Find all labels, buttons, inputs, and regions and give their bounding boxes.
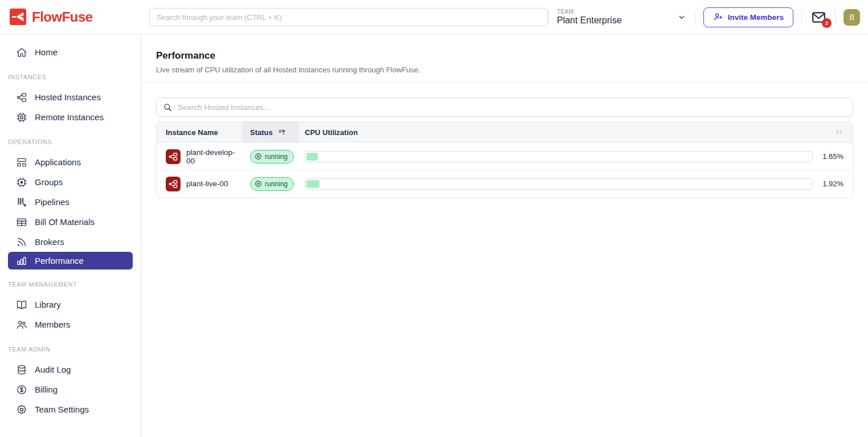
applications-icon: [16, 157, 27, 168]
sidebar-section-operations: OPERATIONS: [0, 138, 141, 145]
column-header-cpu-utilization[interactable]: CPU Utilization: [299, 122, 821, 142]
sort-up-down-icon: [834, 128, 844, 137]
table-header-row: Instance Name Status CPU Utilization: [157, 122, 853, 142]
main-content: Performance Live stream of CPU utilizati…: [141, 34, 868, 437]
sidebar-item-label: Members: [35, 320, 71, 329]
status-cell: running: [242, 177, 299, 191]
sidebar-item-members[interactable]: Members: [0, 315, 141, 334]
sidebar-section-instances: INSTANCES: [0, 73, 141, 80]
sidebar-item-label: Brokers: [35, 237, 64, 247]
pipelines-icon: [16, 197, 27, 208]
divider: [548, 10, 549, 24]
sidebar-item-label: Bill Of Materials: [35, 217, 95, 227]
sidebar-item-label: Audit Log: [35, 365, 71, 374]
search-icon: [163, 103, 173, 112]
notifications-button[interactable]: 2: [810, 9, 827, 26]
column-header-status-label: Status: [250, 128, 273, 137]
groups-icon: [16, 177, 27, 188]
sidebar-item-applications[interactable]: Applications: [0, 152, 141, 172]
cpu-percentage: 1.65%: [813, 152, 853, 161]
members-icon: [16, 319, 27, 330]
table-row[interactable]: plant-develop-00 running 1.65%: [157, 142, 853, 170]
divider: [835, 10, 836, 24]
cpu-bar-cell: [299, 178, 813, 190]
instance-icon: [166, 149, 181, 164]
cpu-utilization-fill: [306, 180, 320, 188]
sidebar-item-home[interactable]: Home: [0, 42, 141, 62]
invite-members-button[interactable]: Invite Members: [703, 7, 793, 27]
brokers-icon: [16, 236, 27, 248]
sidebar-item-pipelines[interactable]: Pipelines: [0, 192, 141, 212]
performance-icon: [16, 255, 27, 267]
library-icon: [16, 299, 27, 311]
cpu-utilization-bar: [305, 178, 813, 190]
cpu-utilization-bar: [305, 151, 813, 162]
sidebar: Home INSTANCES Hosted Instances Remote I…: [0, 34, 141, 437]
header-actions: TEAM: Plant Enterprise Invite Members 2 …: [541, 0, 860, 34]
sidebar-item-label: Library: [35, 300, 61, 309]
team-label: TEAM:: [557, 9, 622, 15]
instance-icon: [166, 177, 181, 191]
home-icon: [16, 47, 27, 58]
status-text: running: [265, 180, 288, 188]
team-search-input[interactable]: [149, 8, 548, 26]
sidebar-item-label: Performance: [35, 256, 84, 266]
status-badge: running: [250, 177, 294, 191]
sidebar-item-billing[interactable]: Billing: [0, 379, 141, 399]
gear-icon: [16, 404, 27, 415]
sidebar-item-label: Home: [35, 47, 58, 57]
instance-name-cell: plant-live-00: [157, 177, 242, 191]
sidebar-item-remote-instances[interactable]: Remote Instances: [0, 107, 141, 127]
cpu-bar-cell: [299, 151, 813, 162]
column-header-sort[interactable]: [821, 122, 853, 142]
sidebar-item-label: Team Settings: [35, 405, 89, 414]
team-selector[interactable]: TEAM: Plant Enterprise: [557, 9, 687, 26]
status-badge: running: [250, 150, 294, 164]
invite-members-label: Invite Members: [728, 13, 784, 22]
page-title: Performance: [156, 50, 853, 62]
sidebar-item-label: Groups: [35, 177, 63, 187]
status-text: running: [265, 153, 288, 161]
notification-badge: 2: [822, 18, 832, 28]
instance-name: plant-live-00: [186, 179, 228, 188]
sidebar-item-bill-of-materials[interactable]: Bill Of Materials: [0, 212, 141, 232]
instances-table: Instance Name Status CPU Utilization: [156, 121, 853, 198]
sidebar-item-audit-log[interactable]: Audit Log: [0, 360, 141, 379]
brand-name: FlowFuse: [32, 9, 93, 25]
sidebar-item-label: Pipelines: [35, 197, 69, 207]
sidebar-section-team-admin: TEAM ADMIN: [0, 346, 141, 353]
team-name: Plant Enterprise: [557, 15, 622, 26]
play-circle-icon: [255, 180, 262, 187]
sidebar-item-label: Applications: [35, 157, 81, 167]
hosted-instances-icon: [16, 92, 27, 103]
user-plus-icon: [713, 12, 723, 22]
sort-ascending-icon: [278, 128, 286, 137]
play-circle-icon: [255, 153, 262, 160]
sidebar-item-hosted-instances[interactable]: Hosted Instances: [0, 87, 141, 107]
column-header-instance-name[interactable]: Instance Name: [157, 122, 242, 142]
sidebar-section-team-management: TEAM MANAGEMENT: [0, 281, 141, 288]
sidebar-item-label: Hosted Instances: [35, 92, 101, 102]
billing-icon: [16, 384, 27, 395]
flowfuse-logo[interactable]: FlowFuse: [0, 8, 141, 26]
sidebar-item-label: Billing: [35, 385, 58, 394]
instance-search[interactable]: [156, 97, 853, 117]
sidebar-item-performance[interactable]: Performance: [8, 252, 133, 269]
sidebar-item-brokers[interactable]: Brokers: [0, 232, 141, 252]
instance-name: plant-develop-00: [186, 148, 242, 165]
instance-search-input[interactable]: [178, 103, 846, 112]
chip-icon: [16, 112, 27, 123]
sidebar-item-groups[interactable]: Groups: [0, 172, 141, 192]
sidebar-item-team-settings[interactable]: Team Settings: [0, 399, 141, 419]
divider: [695, 10, 695, 24]
sidebar-item-label: Remote Instances: [35, 112, 104, 122]
bill-of-materials-icon: [16, 217, 27, 228]
sidebar-item-library[interactable]: Library: [0, 295, 141, 315]
avatar[interactable]: fl: [844, 9, 860, 26]
column-header-status[interactable]: Status: [242, 122, 299, 142]
page-subtitle: Live stream of CPU utilization of all Ho…: [156, 66, 853, 74]
instance-name-cell: plant-develop-00: [157, 148, 242, 165]
table-row[interactable]: plant-live-00 running 1.92%: [157, 170, 853, 197]
divider: [801, 10, 802, 24]
top-header: FlowFuse TEAM: Plant Enterprise Invite M…: [0, 0, 868, 34]
